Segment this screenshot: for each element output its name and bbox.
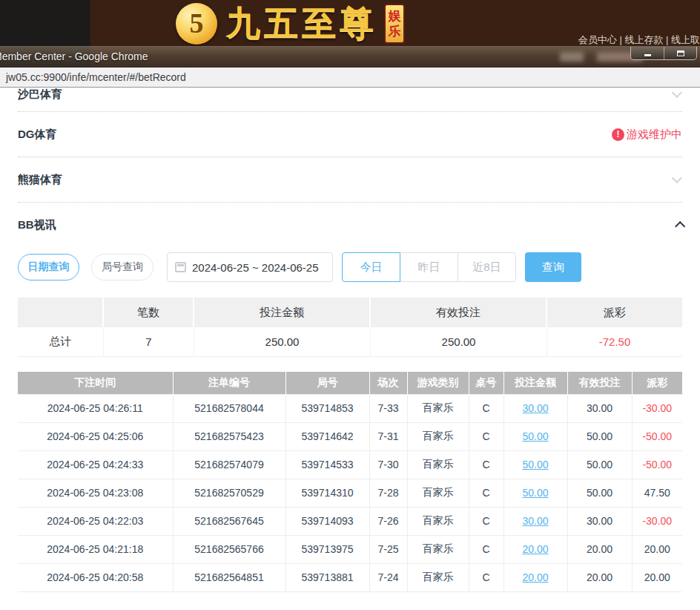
cell-payout: 20.00 — [632, 535, 682, 563]
bet-record-page: 沙巴体育 DG体育 ! 游戏维护中 熊猫体育 BB视讯 日期查询 局号查询 20… — [0, 88, 700, 610]
cell-bet-time: 2024-06-25 04:22:03 — [18, 507, 173, 535]
yesterday-button[interactable]: 昨日 — [400, 252, 458, 282]
minimize-button[interactable] — [631, 47, 664, 59]
col-bet-time: 下注时间 — [18, 372, 173, 394]
cell-order-no: 521682565766 — [173, 535, 285, 563]
window-titlebar[interactable]: Member Center - Google Chrome — [0, 46, 700, 68]
quick-range-group: 今日 昨日 近8日 — [342, 252, 516, 282]
bet-record-table: 下注时间 注单编号 局号 场次 游戏类别 桌号 投注金额 有效投注 派彩 202… — [18, 372, 682, 592]
cell-table-no: C — [469, 450, 503, 479]
site-banner: 5 九五至尊 娱乐 会员中心 | 线上存款 | 线上取 Member Cente… — [0, 0, 700, 68]
cell-bet-time: 2024-06-25 04:23:08 — [18, 479, 173, 507]
table-row: 2024-06-25 04:24:33521682574079539714533… — [18, 450, 682, 479]
col-payout: 派彩 — [632, 372, 682, 394]
summary-header-valid: 有效投注 — [371, 298, 547, 327]
cell-bet-amount: 50.00 — [503, 422, 567, 450]
cell-session: 7-33 — [369, 394, 407, 422]
summary-count-value: 7 — [104, 327, 194, 357]
cell-valid-bet: 50.00 — [567, 422, 632, 450]
cell-round-no: 539713975 — [285, 535, 369, 563]
cell-bet-amount: 20.00 — [503, 563, 567, 591]
table-row: 2024-06-25 04:25:06521682575423539714642… — [18, 422, 682, 450]
filter-toolbar: 日期查询 局号查询 2024-06-25 ~ 2024-06-25 今日 昨日 … — [18, 252, 682, 282]
cell-game-type: 百家乐 — [407, 507, 469, 535]
col-bet-amount: 投注金额 — [503, 372, 567, 394]
cell-game-type: 百家乐 — [407, 479, 469, 507]
chevron-up-icon[interactable] — [675, 221, 685, 232]
bet-amount-link[interactable]: 20.00 — [522, 571, 548, 583]
section-title: 熊猫体育 — [18, 173, 62, 187]
cell-order-no: 521682574079 — [173, 450, 285, 479]
bet-amount-link[interactable]: 50.00 — [522, 430, 548, 442]
today-button[interactable]: 今日 — [342, 252, 400, 282]
cell-round-no: 539714533 — [285, 450, 369, 479]
section-saba-sports[interactable]: 沙巴体育 — [18, 88, 682, 112]
chevron-down-icon[interactable] — [672, 88, 682, 98]
cell-valid-bet: 30.00 — [567, 394, 632, 422]
cell-game-type: 百家乐 — [407, 563, 469, 591]
cell-table-no: C — [469, 563, 503, 591]
top-nav-links[interactable]: 会员中心 | 线上存款 | 线上取 — [578, 33, 700, 47]
cell-round-no: 539713881 — [285, 563, 369, 591]
round-query-tab[interactable]: 局号查询 — [91, 254, 153, 281]
summary-header-row: 笔数 投注金额 有效投注 派彩 — [18, 298, 682, 327]
cell-bet-amount: 50.00 — [503, 450, 567, 479]
cell-table-no: C — [469, 507, 503, 535]
exclamation-icon: ! — [612, 128, 624, 141]
cell-order-no: 521682570529 — [173, 479, 285, 507]
cell-order-no: 521682567645 — [173, 507, 285, 535]
summary-header-payout: 派彩 — [547, 298, 682, 327]
chevron-down-icon[interactable] — [672, 173, 682, 183]
summary-bet-value: 250.00 — [194, 327, 371, 357]
summary-total-label: 总计 — [18, 327, 104, 357]
url-text[interactable]: jw05.cc:9900/infe/mcenter/#/betRecord — [0, 71, 186, 83]
summary-table: 笔数 投注金额 有效投注 派彩 总计 7 250.00 250.00 -72.5… — [18, 298, 682, 357]
cell-payout: -30.00 — [632, 507, 682, 535]
cell-order-no: 521682575423 — [173, 422, 285, 450]
cell-bet-time: 2024-06-25 04:25:06 — [18, 422, 173, 450]
section-bb-live[interactable]: BB视讯 — [18, 203, 682, 247]
cell-session: 7-24 — [369, 563, 407, 591]
cell-valid-bet: 50.00 — [567, 479, 632, 507]
summary-total-row: 总计 7 250.00 250.00 -72.50 — [18, 327, 682, 357]
bet-amount-link[interactable]: 50.00 — [522, 459, 548, 470]
cell-order-no: 521682564851 — [173, 563, 285, 591]
date-query-tab[interactable]: 日期查询 — [18, 254, 79, 281]
date-range-input[interactable]: 2024-06-25 ~ 2024-06-25 — [167, 252, 333, 282]
cell-bet-amount: 50.00 — [503, 479, 567, 507]
maintenance-text: 游戏维护中 — [627, 128, 682, 142]
bottom-spacer — [18, 592, 682, 610]
cell-bet-amount: 20.00 — [503, 535, 567, 563]
cell-session: 7-30 — [369, 450, 407, 479]
address-bar[interactable]: jw05.cc:9900/infe/mcenter/#/betRecord — [0, 68, 700, 88]
col-game-type: 游戏类别 — [407, 372, 469, 394]
bet-amount-link[interactable]: 30.00 — [522, 515, 548, 527]
summary-header-bet: 投注金额 — [194, 298, 371, 327]
cell-table-no: C — [469, 394, 503, 422]
cell-valid-bet: 20.00 — [567, 535, 632, 563]
cell-game-type: 百家乐 — [407, 422, 469, 450]
cell-payout: 47.50 — [632, 479, 682, 507]
logo-entertainment-badge: 娱乐 — [384, 4, 405, 44]
col-valid-bet: 有效投注 — [567, 372, 632, 394]
logo-title: 九五至尊 — [226, 1, 377, 47]
section-panda-sports[interactable]: 熊猫体育 — [18, 157, 682, 203]
cell-bet-time: 2024-06-25 04:24:33 — [18, 450, 173, 479]
cell-payout: -50.00 — [632, 450, 682, 479]
cell-valid-bet: 50.00 — [567, 450, 632, 479]
cell-bet-time: 2024-06-25 04:26:11 — [18, 394, 173, 422]
summary-header-blank — [18, 298, 104, 327]
bet-amount-link[interactable]: 30.00 — [522, 402, 548, 414]
maximize-button[interactable] — [664, 47, 696, 59]
last-8-days-button[interactable]: 近8日 — [458, 252, 516, 282]
bet-amount-link[interactable]: 20.00 — [522, 543, 548, 555]
date-range-value: 2024-06-25 ~ 2024-06-25 — [192, 261, 319, 274]
bet-amount-link[interactable]: 50.00 — [522, 487, 548, 499]
cell-round-no: 539714093 — [285, 507, 369, 535]
col-session: 场次 — [369, 372, 407, 394]
cell-session: 7-25 — [369, 535, 407, 563]
section-dg-sports[interactable]: DG体育 ! 游戏维护中 — [18, 112, 682, 157]
table-row: 2024-06-25 04:22:03521682567645539714093… — [18, 507, 682, 535]
search-button[interactable]: 查询 — [525, 252, 581, 282]
cell-payout: 20.00 — [632, 563, 682, 591]
